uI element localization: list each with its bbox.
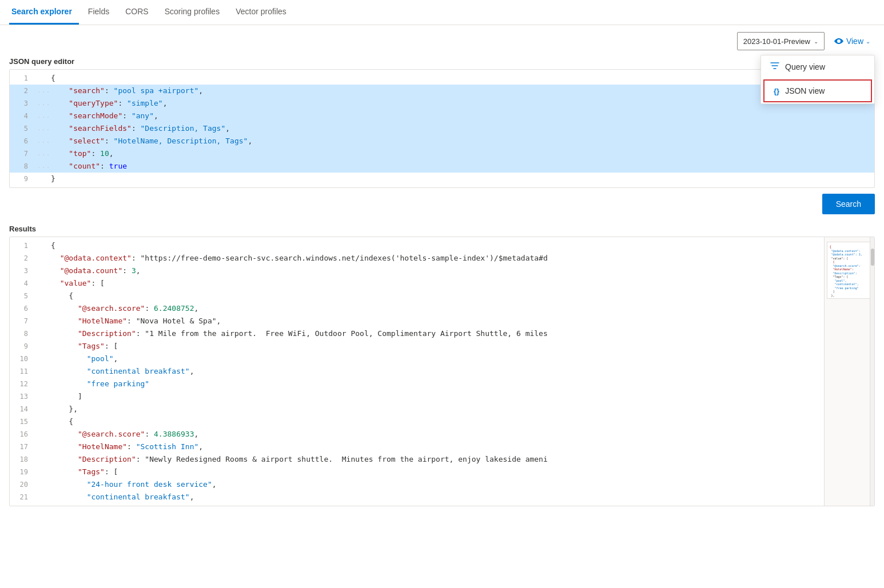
result-line-content: "Tags": [ [51, 341, 824, 352]
view-button[interactable]: View ⌄ [829, 32, 875, 50]
code-line: 2... "search": "pool spa +airport", [10, 85, 874, 97]
line-number: 8 [10, 161, 37, 172]
result-line-number: 13 [10, 391, 37, 402]
line-dots: ... [37, 98, 51, 109]
view-label: View [846, 37, 863, 46]
tab-vector-profiles[interactable]: Vector profiles [229, 0, 293, 25]
result-code-line: 14 }, [10, 403, 824, 415]
line-number: 5 [10, 123, 37, 134]
result-code-line: 18 "Description": "Newly Redesigned Room… [10, 453, 824, 466]
result-code-line: 2 "@odata.context": "https://free-demo-s… [10, 252, 824, 265]
result-code-line: 15 { [10, 415, 824, 428]
query-view-label: Query view [785, 62, 825, 71]
result-line-content: "@search.score": 6.2408752, [51, 303, 824, 314]
result-code-line: 20 "24-hour front desk service", [10, 478, 824, 491]
tab-scoring-profiles[interactable]: Scoring profiles [158, 0, 227, 25]
editor-lines: 1{2... "search": "pool spa +airport",3..… [10, 70, 874, 187]
result-code-line: 1{ [10, 239, 824, 252]
result-line-content: "HotelName": "Nova Hotel & Spa", [51, 315, 824, 327]
result-line-content: "pool", [51, 353, 824, 365]
line-content: "searchMode": "any", [51, 110, 874, 122]
json-icon: {} [774, 87, 779, 95]
line-content: } [51, 173, 874, 185]
results-label: Results [0, 220, 884, 237]
results-lines: 1{2 "@odata.context": "https://free-demo… [10, 237, 824, 506]
result-line-content: { [51, 290, 824, 302]
view-chevron-icon: ⌄ [866, 38, 870, 45]
result-code-line: 5 { [10, 290, 824, 302]
line-number: 2 [10, 85, 37, 97]
result-line-number: 18 [10, 454, 37, 465]
scrollbar-track [870, 237, 874, 506]
result-line-number: 2 [10, 253, 37, 264]
line-dots: ... [37, 85, 51, 97]
json-editor[interactable]: 1{2... "search": "pool spa +airport",3..… [9, 69, 875, 188]
code-line: 4... "searchMode": "any", [10, 110, 874, 122]
result-line-content: "@odata.context": "https://free-demo-sea… [51, 253, 824, 264]
query-view-option[interactable]: Query view [761, 55, 874, 78]
line-number: 3 [10, 98, 37, 109]
result-line-content: ] [51, 391, 824, 402]
code-line: 7... "top": 10, [10, 147, 874, 160]
result-code-line: 17 "HotelName": "Scottish Inn", [10, 441, 824, 453]
code-line: 6... "select": "HotelName, Description, … [10, 135, 874, 147]
line-number: 1 [10, 73, 37, 84]
scrollbar-thumb[interactable] [871, 249, 874, 266]
result-line-number: 7 [10, 315, 37, 327]
line-content: "select": "HotelName, Description, Tags"… [51, 135, 874, 147]
result-line-number: 5 [10, 290, 37, 302]
result-line-number: 20 [10, 479, 37, 490]
line-content: "searchFields": "Description, Tags", [51, 123, 874, 134]
line-content: "queryType": "simple", [51, 98, 874, 109]
line-number: 7 [10, 148, 37, 159]
line-dots: ... [37, 161, 51, 172]
search-button-row: Search [0, 188, 884, 220]
tab-fields[interactable]: Fields [81, 0, 116, 25]
tab-search-explorer[interactable]: Search explorer [9, 0, 79, 25]
result-line-content: "HotelName": "Scottish Inn", [51, 441, 824, 453]
line-content: "count": true [51, 161, 874, 172]
result-line-number: 14 [10, 403, 37, 415]
filter-icon [770, 61, 779, 73]
code-line: 3... "queryType": "simple", [10, 97, 874, 110]
eye-icon [834, 36, 844, 46]
json-view-option[interactable]: {} JSON view [763, 79, 872, 102]
result-line-number: 16 [10, 429, 37, 440]
result-code-line: 10 "pool", [10, 353, 824, 365]
view-dropdown-menu: Query view {} JSON view [760, 55, 875, 104]
result-code-line: 4 "value": [ [10, 277, 824, 290]
result-code-line: 8 "Description": "1 Mile from the airpor… [10, 327, 824, 340]
nav-tabs: Search explorer Fields CORS Scoring prof… [0, 0, 884, 25]
line-content: "top": 10, [51, 148, 874, 159]
line-dots: ... [37, 148, 51, 159]
tab-cors[interactable]: CORS [118, 0, 155, 25]
search-button[interactable]: Search [822, 194, 875, 214]
result-code-line: 9 "Tags": [ [10, 340, 824, 353]
result-line-number: 19 [10, 466, 37, 478]
result-line-number: 21 [10, 491, 37, 503]
result-line-content: "Description": "1 Mile from the airport.… [51, 328, 824, 339]
result-line-content: "continental breakfast", [51, 366, 824, 377]
results-container: 1{2 "@odata.context": "https://free-demo… [9, 237, 875, 506]
line-dots: ... [37, 123, 51, 134]
api-version-dropdown[interactable]: 2023-10-01-Preview ⌄ [737, 32, 825, 50]
toolbar: 2023-10-01-Preview ⌄ View ⌄ Query view {… [0, 25, 884, 55]
minimap: { "@odata.context": "@odata.count": 3, "… [827, 242, 873, 299]
line-content: "search": "pool spa +airport", [51, 85, 874, 97]
code-line: 1{ [10, 72, 874, 85]
result-line-content: { [51, 416, 824, 427]
results-thumbnail: { "@odata.context": "@odata.count": 3, "… [824, 237, 874, 506]
result-line-content: "Tags": [ [51, 466, 824, 478]
result-code-line: 6 "@search.score": 6.2408752, [10, 302, 824, 315]
code-line: 9} [10, 173, 874, 185]
result-line-number: 9 [10, 341, 37, 352]
result-line-content: "value": [ [51, 278, 824, 289]
result-line-number: 17 [10, 441, 37, 453]
result-line-number: 15 [10, 416, 37, 427]
editor-label: JSON query editor [0, 55, 884, 69]
code-line: 5... "searchFields": "Description, Tags"… [10, 122, 874, 135]
chevron-down-icon: ⌄ [814, 38, 818, 45]
result-line-number: 10 [10, 353, 37, 365]
result-line-content: "@odata.count": 3, [51, 265, 824, 277]
result-code-line: 16 "@search.score": 4.3886933, [10, 428, 824, 441]
